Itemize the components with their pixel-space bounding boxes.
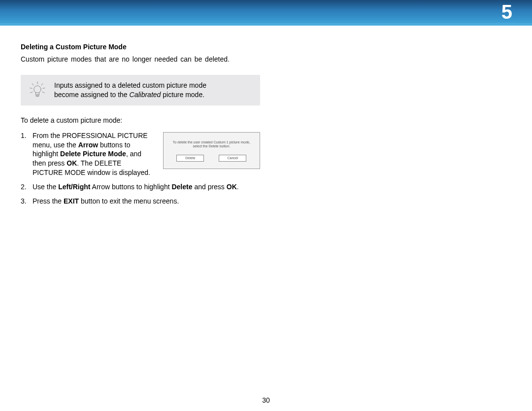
delete-dialog-screenshot: To delete the user created Custom 1 pict… bbox=[163, 132, 260, 170]
step2-t1: Use the bbox=[33, 183, 58, 191]
step1-b2: Delete Picture Mode bbox=[60, 150, 126, 158]
intro-paragraph: Custom picture modes that are no longer … bbox=[21, 55, 260, 64]
svg-line-5 bbox=[31, 92, 33, 93]
tip-line2-suffix: picture mode. bbox=[161, 91, 204, 99]
step2-b3: OK bbox=[227, 183, 237, 191]
steps-list: From the PROFESSIONAL PICTURE menu, use … bbox=[21, 131, 260, 206]
step2-b2: Delete bbox=[171, 183, 192, 191]
section-title: Deleting a Custom Picture Mode bbox=[21, 43, 260, 51]
svg-line-1 bbox=[32, 83, 33, 85]
tip-line2-italic: Calibrated bbox=[130, 91, 161, 99]
tip-line1: Inputs assigned to a deleted custom pict… bbox=[54, 81, 206, 89]
chapter-header: 5 bbox=[0, 0, 532, 26]
dialog-message: To delete the user created Custom 1 pict… bbox=[169, 140, 253, 149]
svg-line-4 bbox=[43, 88, 45, 88]
svg-line-3 bbox=[30, 88, 32, 88]
header-stripes bbox=[0, 23, 532, 26]
step2-t3: and press bbox=[193, 183, 227, 191]
step1-b1: Arrow bbox=[78, 141, 98, 149]
svg-line-6 bbox=[42, 92, 45, 93]
chapter-number: 5 bbox=[501, 1, 512, 23]
page-number: 30 bbox=[0, 396, 532, 404]
lightbulb-icon bbox=[29, 81, 46, 99]
lead-line: To delete a custom picture mode: bbox=[21, 116, 260, 124]
main-content: Deleting a Custom Picture Mode Custom pi… bbox=[0, 26, 281, 206]
step2-b1: Left/Right bbox=[58, 183, 90, 191]
step-2: Use the Left/Right Arrow buttons to high… bbox=[21, 182, 260, 192]
dialog-delete-button: Delete bbox=[176, 155, 204, 162]
step3-t1: Press the bbox=[33, 197, 64, 205]
step1-b3: OK bbox=[66, 159, 77, 167]
step-1: From the PROFESSIONAL PICTURE menu, use … bbox=[21, 131, 260, 177]
step3-t2: button to exit the menu screens. bbox=[79, 197, 179, 205]
dialog-cancel-button: Cancel bbox=[219, 155, 246, 162]
step3-b1: EXIT bbox=[64, 197, 79, 205]
svg-point-7 bbox=[34, 86, 41, 93]
tip-line2-prefix: become assigned to the bbox=[54, 91, 130, 99]
tip-callout: Inputs assigned to a deleted custom pict… bbox=[21, 75, 260, 105]
step-3: Press the EXIT button to exit the menu s… bbox=[21, 197, 260, 206]
step2-t4: . bbox=[237, 183, 239, 191]
tip-text: Inputs assigned to a deleted custom pict… bbox=[54, 81, 206, 100]
step2-t2: Arrow buttons to highlight bbox=[90, 183, 171, 191]
svg-line-2 bbox=[41, 83, 43, 85]
